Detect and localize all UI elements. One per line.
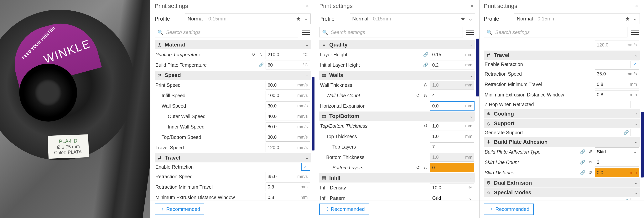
z-hop-checkbox[interactable] (630, 101, 639, 108)
section-dual-extrusion[interactable]: ⚙ Dual Extrusion ⌄ (484, 178, 640, 187)
row-retraction-min-travel: Retraction Minimum Travelmm (155, 182, 311, 192)
printing-temperature-input[interactable]: °C (266, 50, 310, 59)
row-spiralize: Spiralize Outer Contour🔗 (484, 197, 640, 200)
wall-speed-input[interactable]: mm/s (266, 101, 310, 110)
section-speed[interactable]: ◔ Speed ⌄ (155, 71, 311, 80)
fx-icon[interactable]: fₓ (422, 164, 429, 171)
top-layers-input[interactable] (430, 142, 474, 151)
top-bottom-thickness-input[interactable]: mm (430, 122, 474, 130)
spiralize-checkbox[interactable] (630, 198, 639, 200)
print-speed-input[interactable]: mm/s (266, 81, 310, 89)
profile-select[interactable]: Normal - 0.15mm ★ ⌄ (514, 14, 640, 24)
reset-icon[interactable]: ↺ (422, 123, 429, 129)
scrollbar-thumb[interactable] (312, 77, 314, 151)
reset-icon[interactable]: ↺ (415, 92, 421, 99)
section-infill[interactable]: ▩ Infill ⌄ (319, 173, 475, 182)
scrollbar-thumb[interactable] (641, 112, 644, 177)
chevron-down-icon: ⌄ (634, 121, 638, 126)
infill-speed-input[interactable]: mm/s (266, 91, 310, 100)
build-plate-temp-input[interactable]: °C (266, 61, 310, 69)
search-input-wrap[interactable]: 🔍 (155, 27, 298, 37)
search-input-wrap[interactable]: 🔍 (319, 27, 463, 37)
enable-retraction-checkbox[interactable]: ✓ (302, 163, 310, 171)
reset-icon[interactable]: ↺ (415, 164, 421, 171)
profile-label: Profile (484, 16, 511, 22)
section-walls[interactable]: ▦ Walls ⌄ (319, 71, 475, 80)
min-extrusion-dist-input[interactable]: mm (266, 193, 310, 200)
link-icon[interactable]: 🔗 (579, 169, 586, 176)
section-build-plate-adhesion[interactable]: ⬇ Build Plate Adhesion ⌄ (484, 137, 640, 147)
travel-speed-input[interactable]: mm/s (266, 143, 310, 152)
retraction-speed-input[interactable]: mm/s (266, 172, 310, 181)
row-enable-retraction: Enable Retraction✓ (484, 60, 640, 69)
link-icon[interactable]: 🔗 (422, 62, 429, 68)
profile-select[interactable]: Normal - 0.15mm ★ ⌄ (185, 14, 311, 24)
section-travel[interactable]: ⇄ Travel ⌄ (484, 51, 640, 60)
reset-icon[interactable]: ↺ (250, 51, 257, 58)
retraction-min-travel-input[interactable]: mm (266, 182, 310, 191)
link-icon[interactable]: 🔗 (258, 62, 264, 68)
section-travel[interactable]: ⇄ Travel ⌄ (155, 153, 311, 162)
chevron-down-icon: ⌄ (470, 42, 473, 47)
generate-support-checkbox[interactable] (630, 129, 639, 136)
horizontal-expansion-input[interactable]: mm (430, 101, 474, 110)
outer-wall-speed-input[interactable]: mm/s (266, 112, 310, 121)
scrollbar-thumb[interactable] (476, 39, 479, 96)
retraction-speed-input[interactable]: mm/s (595, 69, 639, 78)
star-icon[interactable]: ★ (460, 16, 465, 22)
bottom-layers-input[interactable] (430, 163, 474, 172)
recommended-button[interactable]: 〈Recommended (319, 203, 369, 215)
enable-retraction-checkbox[interactable]: ✓ (630, 61, 639, 68)
wall-line-count-input[interactable] (430, 91, 474, 100)
search-input[interactable] (166, 29, 296, 35)
close-icon[interactable]: × (304, 3, 311, 9)
star-icon[interactable]: ★ (625, 16, 630, 22)
min-extrusion-dist-input[interactable]: mm (595, 90, 639, 99)
star-icon[interactable]: ★ (296, 16, 301, 22)
reset-icon[interactable]: ↺ (587, 169, 594, 176)
wall-thickness-input[interactable]: mm (430, 81, 474, 89)
recommended-button[interactable]: 〈Recommended (484, 203, 534, 215)
section-top-bottom[interactable]: ▤ Top/Bottom ⌄ (319, 112, 475, 121)
close-icon[interactable]: × (469, 3, 475, 9)
initial-layer-height-input[interactable]: mm (430, 61, 474, 69)
link-icon[interactable]: 🔗 (579, 149, 586, 155)
retraction-min-travel-input[interactable]: mm (595, 80, 639, 89)
row-travel-speed: Travel Speedmm/s (155, 142, 311, 153)
row-min-extrusion-distance: Minimum Extrusion Distance Windowmm (484, 89, 640, 100)
search-input[interactable] (331, 29, 460, 35)
fx-icon[interactable]: fₓ (258, 51, 264, 58)
reset-icon[interactable]: ↺ (587, 159, 594, 166)
panel-title: Print settings (484, 3, 633, 9)
section-quality[interactable]: ≡ Quality ⌄ (319, 40, 475, 49)
skirt-distance-input[interactable]: mm (595, 168, 639, 177)
section-support[interactable]: ◇ Support ⌄ (484, 119, 640, 128)
reset-icon[interactable]: ↺ (587, 149, 594, 155)
profile-select[interactable]: Normal - 0.15mm ★ ⌄ (350, 14, 475, 24)
infill-density-input[interactable]: % (430, 183, 474, 192)
link-icon[interactable]: 🔗 (579, 159, 586, 166)
layer-height-input[interactable]: mm (430, 50, 474, 59)
hamburger-menu-icon[interactable] (466, 28, 475, 37)
search-input-wrap[interactable]: 🔍 (484, 27, 628, 37)
top-bottom-speed-input[interactable]: mm/s (266, 133, 310, 142)
adhesion-type-select[interactable]: Skirt⌄ (595, 147, 639, 156)
link-icon[interactable]: 🔗 (623, 198, 629, 200)
fx-icon[interactable]: fₓ (422, 92, 429, 99)
hamburger-menu-icon[interactable] (301, 28, 311, 37)
link-icon[interactable]: 🔗 (422, 51, 429, 58)
section-special-modes[interactable]: ☆ Special Modes ⌄ (484, 188, 640, 197)
search-input[interactable] (495, 29, 624, 35)
recommended-button[interactable]: 〈Recommended (155, 203, 204, 215)
hamburger-menu-icon[interactable] (630, 28, 640, 37)
section-cooling[interactable]: ❄ Cooling 〈 (484, 109, 640, 119)
section-material[interactable]: ◎ Material ⌄ (155, 40, 311, 49)
inner-wall-speed-input[interactable]: mm/s (266, 122, 310, 131)
fx-icon[interactable]: fₓ (422, 82, 429, 88)
link-icon[interactable]: 🔗 (623, 129, 629, 136)
close-icon[interactable]: × (633, 3, 640, 9)
infill-pattern-select[interactable]: Grid⌄ (430, 194, 474, 200)
top-thickness-input[interactable]: mm (430, 132, 474, 141)
bottom-thickness-input[interactable]: mm (430, 153, 474, 162)
skirt-line-count-input[interactable] (595, 158, 639, 167)
